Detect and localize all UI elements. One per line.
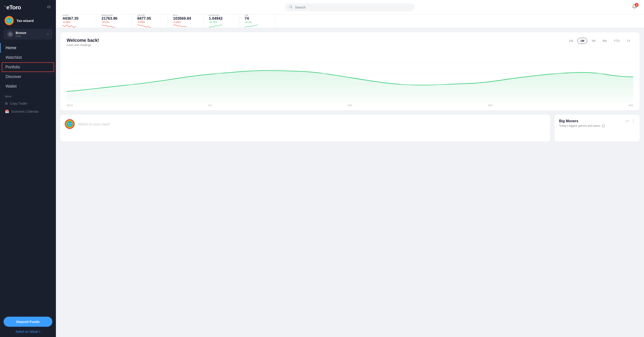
more-section-label: More [0, 92, 56, 99]
big-movers-title: Big Movers [559, 119, 578, 123]
user-profile: Tax-wizard [0, 13, 56, 28]
sidebar-item-copy-trader[interactable]: ⊞ Copy Trader [0, 99, 56, 107]
big-movers-header: Big Movers ↓↑ ⋮ [559, 119, 635, 123]
ticker-change: -0.45% [173, 21, 198, 23]
svg-point-7 [10, 34, 11, 35]
social-input-row: What's on your mind? [65, 119, 546, 129]
ticker-change: -0.99% [137, 21, 162, 23]
sidebar-item-label: Portfolio [5, 65, 20, 69]
search-bar[interactable] [285, 3, 415, 11]
social-input-placeholder[interactable]: What's on your mind? [78, 122, 546, 126]
ticker-name: OIL [245, 14, 270, 16]
club-label: Club [16, 35, 26, 37]
main-nav: Home Watchlist Portfolio Discover Wallet [0, 42, 56, 92]
time-filter-ytd[interactable]: YTD [611, 38, 622, 44]
ticker-value: 74 [245, 16, 270, 21]
x-label-5: 20/1 [628, 104, 633, 107]
notifications-button[interactable]: 2 [632, 4, 637, 10]
sidebar-item-discover[interactable]: Discover [0, 72, 56, 82]
club-icon [7, 31, 14, 37]
portfolio-chart [67, 51, 633, 103]
svg-line-9 [292, 7, 292, 8]
sidebar-item-label: Watchlist [6, 55, 22, 60]
content-area: Welcome back! Cash and Holdings 1W 1M 3M… [56, 28, 644, 337]
topbar: 2 [56, 0, 644, 14]
sidebar-header: ' eToro [0, 0, 56, 13]
ticker-btc[interactable]: BTC 103569.84 -0.45% [168, 14, 204, 28]
sidebar-item-label: Home [6, 45, 16, 50]
chart-x-labels: 31/12 5/1 10/1 15/1 20/1 [67, 103, 633, 107]
copy-trader-label: Copy Trader [10, 102, 27, 105]
club-level: Bronze [16, 31, 26, 35]
social-feed: What's on your mind? [60, 115, 550, 141]
big-movers-section: Big Movers ↓↑ ⋮ Today's biggest gainers … [554, 115, 640, 141]
ticker-eurusd[interactable]: EURUSD 1.04942 +0.76% [204, 14, 239, 28]
economic-calendar-label: Economic Calendar [12, 110, 39, 113]
ticker-bar: DJ30 44367.35 -0.34% NSDQ100 21763.96 -0… [56, 14, 644, 28]
club-badge-left: Bronze Club [7, 31, 26, 37]
ticker-dj30[interactable]: DJ30 44367.35 -0.34% [60, 14, 96, 28]
time-filter-3m[interactable]: 3M [588, 38, 598, 44]
logo: ' eToro [4, 4, 21, 11]
ticker-value: 103569.84 [173, 16, 198, 21]
sidebar-item-watchlist[interactable]: Watchlist [0, 53, 56, 62]
info-icon: i [602, 124, 605, 127]
social-avatar [65, 119, 75, 129]
ticker-oil[interactable]: OIL 74 +0.1% [239, 14, 275, 28]
ticker-nsdq100[interactable]: NSDQ100 21763.96 -0.52% [96, 14, 132, 28]
club-badge[interactable]: Bronze Club > [4, 29, 52, 39]
ticker-name: BTC [173, 14, 198, 16]
user-name: Tax-wizard [16, 19, 34, 22]
time-filter-1w[interactable]: 1W [566, 38, 576, 44]
sidebar-bottom: Deposit Funds Switch to Virtual > [0, 313, 56, 337]
chart-header: Welcome back! Cash and Holdings 1W 1M 3M… [67, 38, 633, 47]
search-icon [289, 5, 293, 9]
ticker-change: -0.34% [62, 21, 90, 23]
time-filter-1m[interactable]: 1M [577, 38, 587, 44]
search-input[interactable] [295, 5, 411, 9]
ticker-name: DJ30 [62, 14, 90, 16]
copy-trader-icon: ⊞ [5, 101, 8, 105]
ticker-value: 44367.35 [62, 16, 90, 21]
notification-badge: 2 [634, 3, 639, 7]
svg-point-4 [8, 20, 8, 20]
svg-point-17 [68, 122, 72, 126]
svg-point-8 [290, 5, 292, 8]
svg-point-19 [70, 123, 71, 124]
svg-point-18 [68, 123, 69, 124]
sidebar-item-portfolio[interactable]: Portfolio [2, 62, 54, 72]
ticker-change: +0.1% [245, 21, 270, 23]
ticker-change: +0.76% [209, 21, 234, 23]
ticker-value: 8477.05 [137, 16, 162, 21]
sidebar-item-home[interactable]: Home [0, 43, 56, 53]
sidebar-item-label: Wallet [6, 84, 16, 89]
sidebar-item-economic-calendar[interactable]: 📅 Economic Calendar [0, 107, 56, 115]
sidebar-item-label: Discover [6, 74, 21, 79]
x-label-3: 10/1 [348, 104, 352, 107]
deposit-funds-button[interactable]: Deposit Funds [4, 317, 52, 327]
ticker-value: 21763.96 [102, 16, 126, 21]
x-label-2: 5/1 [208, 104, 212, 107]
bottom-row: What's on your mind? Big Movers ↓↑ ⋮ Tod… [60, 115, 640, 141]
club-chevron-icon: > [47, 32, 49, 36]
time-filter-1y[interactable]: 1Y [624, 38, 633, 44]
big-movers-subtitle-text: Today's biggest gainers and losers. [559, 124, 601, 127]
ticker-change: -0.52% [102, 21, 126, 23]
calendar-icon: 📅 [5, 109, 9, 113]
ticker-name: EURUSD [209, 14, 234, 16]
club-info: Bronze Club [16, 31, 26, 37]
svg-point-3 [7, 18, 12, 23]
sidebar-item-wallet[interactable]: Wallet [0, 82, 56, 91]
main-content: 2 DJ30 44367.35 -0.34% NSDQ100 21763.96 … [56, 0, 644, 337]
svg-point-5 [10, 20, 11, 20]
ticker-uk100[interactable]: UK100 8477.05 -0.99% [132, 14, 168, 28]
more-options-icon[interactable]: ⋮ [631, 119, 635, 123]
switch-to-virtual[interactable]: Switch to Virtual > [4, 330, 52, 334]
chart-section: Welcome back! Cash and Holdings 1W 1M 3M… [60, 32, 640, 110]
collapse-button[interactable] [46, 5, 52, 10]
avatar [4, 16, 14, 25]
sort-icon[interactable]: ↓↑ [625, 119, 629, 123]
big-movers-subtitle: Today's biggest gainers and losers. i [559, 124, 635, 127]
time-filter-6m[interactable]: 6M [600, 38, 610, 44]
chart-title: Welcome back! [67, 38, 99, 43]
